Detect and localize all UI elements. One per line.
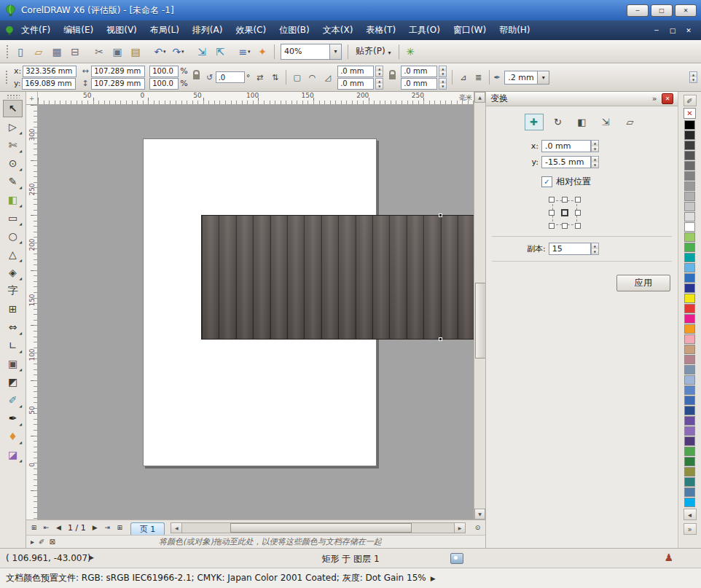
color-swatch[interactable] [684, 263, 695, 273]
anchor-top-center[interactable] [562, 197, 568, 203]
color-swatch[interactable] [684, 232, 695, 242]
edit-corners-together-icon[interactable] [387, 69, 397, 85]
color-swatch[interactable] [684, 130, 695, 140]
vertical-scrollbar-thumb[interactable] [475, 283, 486, 358]
anchor-bottom-right[interactable] [575, 223, 581, 229]
docker-close-button[interactable]: ✕ [662, 93, 673, 104]
relative-position-checkbox[interactable]: ✓ [541, 176, 552, 187]
pick-tool[interactable]: ↖ [3, 100, 23, 117]
color-swatch[interactable] [684, 314, 695, 324]
transform-scale-mirror-button[interactable]: ◧ [573, 114, 592, 130]
flyout-icon[interactable]: ▶ [431, 575, 436, 582]
color-swatch[interactable] [684, 406, 695, 415]
color-swatch[interactable] [684, 447, 695, 456]
menu-item[interactable]: 位图(B) [273, 24, 316, 36]
spinner[interactable] [591, 140, 599, 152]
next-page-button[interactable]: ▶ [89, 522, 101, 533]
undo-button[interactable]: ↶ ▾ [152, 43, 168, 60]
anchor-top-left[interactable] [549, 197, 555, 203]
copy-button[interactable]: ▣ [109, 43, 126, 60]
menu-item[interactable]: 帮助(H) [493, 24, 536, 36]
color-swatch[interactable] [684, 243, 695, 252]
menu-item[interactable]: 工具(O) [402, 24, 447, 36]
drop-shadow-tool[interactable]: ▣ ◢ [3, 355, 23, 372]
transform-skew-button[interactable]: ▱ [621, 114, 640, 130]
color-swatch[interactable] [684, 202, 695, 211]
object-y-field[interactable]: 169.089 mm [22, 78, 76, 90]
color-eyedropper-tool[interactable]: ✐ ◢ [3, 391, 23, 409]
page-tab[interactable]: 页 1 [130, 522, 165, 536]
zoom-tool[interactable]: ⊙ ◢ [3, 154, 23, 172]
transparency-tool[interactable]: ◩ [3, 373, 23, 391]
anchor-middle-left[interactable] [549, 210, 555, 216]
spinner[interactable] [439, 66, 447, 77]
no-color-icon[interactable]: ⊠ [49, 538, 55, 546]
first-page-button[interactable]: ⇤ [40, 522, 52, 533]
export-button[interactable]: ⇱ [212, 43, 229, 60]
color-swatch[interactable] [684, 365, 695, 375]
ellipse-tool[interactable]: ○ ◢ [3, 227, 23, 245]
selection-handle-bottom[interactable] [439, 337, 442, 341]
welcome-screen-button[interactable]: ✦ [254, 43, 271, 60]
freehand-tool[interactable]: ✎ ◢ [3, 173, 23, 190]
document-icon[interactable] [4, 26, 15, 36]
zoom-button[interactable]: ⊙ [471, 522, 484, 533]
palette-flyout-icon[interactable]: » [684, 523, 697, 535]
outline-width-combobox[interactable]: .2 mm [504, 71, 549, 85]
color-swatch[interactable] [684, 273, 695, 283]
color-swatch[interactable] [684, 345, 695, 354]
transform-position-button[interactable]: ✚ [525, 114, 544, 130]
crop-tool[interactable]: ✄ ◢ [3, 136, 23, 154]
ruler-origin[interactable]: + [26, 92, 38, 105]
color-swatch[interactable] [684, 283, 695, 293]
color-swatch[interactable] [684, 385, 695, 395]
color-swatch[interactable] [684, 253, 695, 262]
spinner[interactable] [591, 243, 599, 255]
color-swatch[interactable] [684, 120, 695, 130]
color-swatch[interactable] [684, 416, 695, 426]
paste-button[interactable]: ▤ [128, 43, 144, 60]
convert-to-curves-button[interactable]: ⊿ [455, 70, 471, 85]
selection-handle-top[interactable] [439, 213, 442, 217]
corner-radius-field[interactable]: .0 mm [401, 78, 437, 90]
anchor-middle-right[interactable] [575, 210, 581, 216]
application-launcher-button[interactable]: ≡ ▾ [236, 43, 253, 60]
color-swatch[interactable] [684, 141, 695, 150]
anchor-bottom-center[interactable] [562, 223, 568, 229]
color-swatch[interactable] [684, 396, 695, 405]
color-swatch[interactable] [684, 355, 695, 364]
connector-tool[interactable]: ∟ ◢ [3, 337, 23, 354]
menu-item[interactable]: 文本(X) [316, 24, 360, 36]
spinner[interactable] [375, 78, 383, 90]
palette-scroll-icon[interactable]: ◂ [684, 509, 697, 520]
color-swatch[interactable] [684, 171, 695, 181]
color-swatch[interactable] [684, 436, 695, 446]
print-button[interactable]: ⊟ [67, 43, 84, 60]
scroll-right-icon[interactable] [454, 523, 465, 533]
last-page-button[interactable]: ⇥ [101, 522, 114, 533]
palette-eyedropper-icon[interactable]: ✐ [684, 95, 697, 106]
selected-rectangle-array[interactable] [201, 215, 474, 340]
menu-item[interactable]: 排列(A) [186, 24, 230, 36]
outline-pen-tool[interactable]: ✒ ◢ [3, 409, 23, 427]
chevron-down-icon[interactable] [329, 44, 341, 59]
open-button[interactable]: ▱ [31, 43, 47, 60]
color-swatch[interactable] [684, 181, 695, 191]
anchor-top-right[interactable] [575, 197, 581, 203]
polygon-tool[interactable]: △ ◢ [3, 246, 23, 263]
spinner[interactable] [689, 71, 697, 83]
color-swatch[interactable] [684, 151, 695, 160]
color-swatch[interactable] [684, 212, 695, 222]
dimension-tool[interactable]: ⇔ ◢ [3, 318, 23, 336]
import-button[interactable]: ⇲ [194, 43, 211, 60]
wrap-text-button[interactable]: ≣ [471, 70, 486, 85]
mdi-close-button[interactable]: ✕ [681, 25, 697, 36]
chevron-down-icon[interactable] [537, 71, 549, 84]
new-document-button[interactable]: ▯ [12, 43, 29, 60]
round-corner-button[interactable]: ▢ [289, 70, 305, 85]
horizontal-scrollbar[interactable] [171, 522, 466, 533]
color-swatch[interactable] [684, 477, 695, 487]
object-height-field[interactable]: 107.289 mm [91, 78, 145, 90]
toolbar-grip[interactable] [6, 44, 9, 59]
rectangle-tool[interactable]: ▭ ◢ [3, 209, 23, 227]
